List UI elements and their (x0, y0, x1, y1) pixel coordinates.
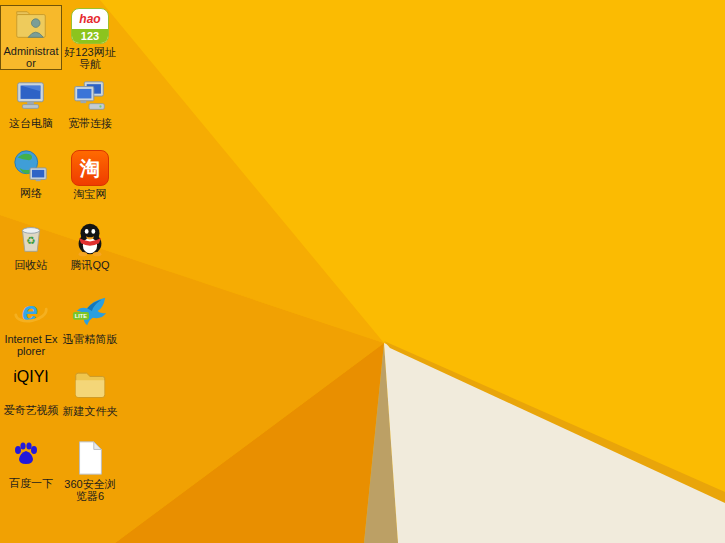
desktop-icon-taobao[interactable]: 淘 淘宝网 (60, 148, 120, 200)
icon-label: 回收站 (2, 259, 60, 271)
desktop-icon-new-folder[interactable]: 新建文件夹 (60, 366, 120, 417)
icon-label: 好123网址导航 (61, 46, 119, 70)
icon-label: Administrator (2, 45, 60, 69)
internet-explorer-icon: e (12, 294, 50, 332)
icon-label: 网络 (2, 187, 60, 199)
desktop-icon-qq[interactable]: 腾讯QQ (60, 220, 120, 271)
desktop-icon-hao123[interactable]: hao 123 好123网址导航 (60, 6, 120, 70)
computer-icon (12, 78, 50, 116)
document-icon (71, 439, 109, 477)
hao123-icon: hao 123 (71, 8, 109, 44)
network-globe-icon (12, 148, 50, 186)
iqiyi-icon: iQIYI (13, 368, 49, 402)
desktop-icon-360-browser[interactable]: 360安全浏览器6 (60, 439, 120, 502)
desktop-icon-administrator[interactable]: Administrator (1, 6, 61, 69)
svg-text:LITE: LITE (75, 313, 88, 319)
icon-label: Internet Explorer (2, 333, 60, 357)
user-folder-icon (12, 6, 50, 44)
desktop[interactable]: Administrator hao 123 好123网址导航 这台电脑 宽带连接 (0, 0, 725, 543)
icon-label: 新建文件夹 (61, 405, 119, 417)
broadband-icon (71, 78, 109, 116)
desktop-icon-iqiyi[interactable]: iQIYI 爱奇艺视频 (1, 366, 61, 416)
desktop-icon-thunder[interactable]: LITE 迅雷精简版 (60, 294, 120, 345)
recycle-bin-icon: ♻ (12, 220, 50, 258)
svg-text:♻: ♻ (26, 235, 35, 246)
desktop-icon-ie[interactable]: e Internet Explorer (1, 294, 61, 357)
desktop-icon-network[interactable]: 网络 (1, 148, 61, 199)
desktop-icon-this-pc[interactable]: 这台电脑 (1, 78, 61, 129)
desktop-icon-recycle-bin[interactable]: ♻ 回收站 (1, 220, 61, 271)
baidu-paw-icon (13, 441, 49, 475)
icon-label: 腾讯QQ (61, 259, 119, 271)
taobao-icon: 淘 (71, 150, 109, 186)
icon-label: 爱奇艺视频 (2, 404, 60, 416)
icon-label: 淘宝网 (61, 188, 119, 200)
icon-label: 360安全浏览器6 (61, 478, 119, 502)
desktop-icon-baidu[interactable]: 百度一下 (1, 439, 61, 489)
icon-label: 百度一下 (2, 477, 60, 489)
icon-label: 宽带连接 (61, 117, 119, 129)
thunder-bird-icon: LITE (71, 294, 109, 332)
qq-penguin-icon (71, 220, 109, 258)
desktop-icon-broadband[interactable]: 宽带连接 (60, 78, 120, 129)
icon-label: 这台电脑 (2, 117, 60, 129)
folder-icon (71, 366, 109, 404)
icon-label: 迅雷精简版 (61, 333, 119, 345)
